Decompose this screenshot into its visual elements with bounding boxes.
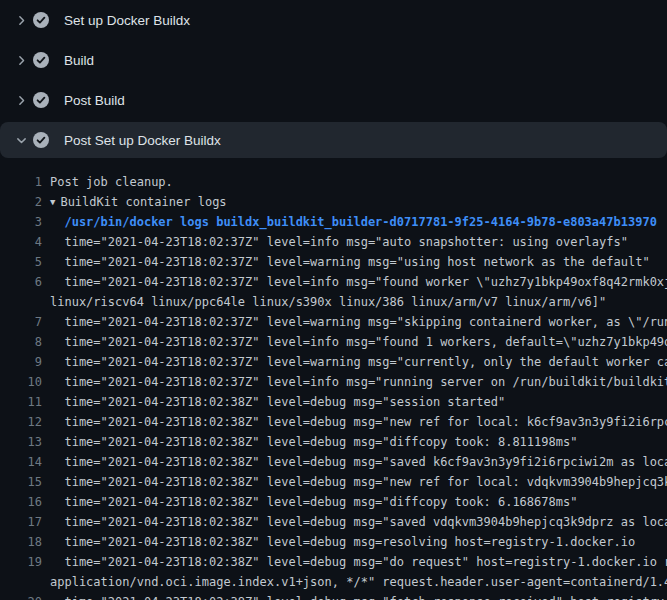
log-line-text: time="2021-04-23T18:02:37Z" level=info m… [42,372,667,392]
log-line-number[interactable]: 7 [0,312,42,332]
log-line-text: time="2021-04-23T18:02:38Z" level=debug … [42,472,667,492]
log-line: 1Post job cleanup. [0,172,667,192]
log-line-text: time="2021-04-23T18:02:38Z" level=debug … [42,432,667,452]
log-line-number[interactable]: 3 [0,212,42,232]
log-line-text: time="2021-04-23T18:02:37Z" level=warnin… [42,252,667,272]
log-line-number[interactable]: 13 [0,432,42,452]
log-area: 1Post job cleanup.2▼BuildKit container l… [0,160,667,600]
log-line-text: time="2021-04-23T18:02:37Z" level=info m… [42,332,667,352]
log-line-number[interactable]: 1 [0,172,42,192]
chevron-right-icon[interactable] [14,93,28,107]
log-line-text: time="2021-04-23T18:02:38Z" level=debug … [42,452,667,472]
log-line-number[interactable]: 17 [0,512,42,532]
log-line-text: linux/riscv64 linux/ppc64le linux/s390x … [42,292,667,312]
log-line-text: time="2021-04-23T18:02:37Z" level=warnin… [42,312,667,332]
log-line: 6 time="2021-04-23T18:02:37Z" level=info… [0,272,667,292]
log-line-number[interactable]: 12 [0,412,42,432]
actions-log-viewer: Set up Docker BuildxBuildPost BuildPost … [0,0,667,600]
log-line-text: time="2021-04-23T18:02:37Z" level=info m… [42,232,667,252]
log-line: 8 time="2021-04-23T18:02:37Z" level=info… [0,332,667,352]
check-circle-icon [33,12,49,28]
log-line: 12 time="2021-04-23T18:02:38Z" level=deb… [0,412,667,432]
log-line: 16 time="2021-04-23T18:02:38Z" level=deb… [0,492,667,512]
log-line-text: time="2021-04-23T18:02:37Z" level=warnin… [42,352,667,372]
step-title: Post Set up Docker Buildx [64,133,221,148]
check-circle-icon [33,52,49,68]
log-group-label: BuildKit container logs [60,195,226,209]
log-line-number[interactable]: 4 [0,232,42,252]
log-line: 4 time="2021-04-23T18:02:37Z" level=info… [0,232,667,252]
log-line-text: Post job cleanup. [42,172,667,192]
chevron-right-icon[interactable] [14,53,28,67]
log-line-text: time="2021-04-23T18:02:38Z" level=debug … [42,532,667,552]
log-line-continuation: application/vnd.oci.image.index.v1+json,… [0,572,667,592]
log-line-number[interactable]: 16 [0,492,42,512]
step-row-post-build[interactable]: Post Build [0,80,667,120]
log-line: 17 time="2021-04-23T18:02:38Z" level=deb… [0,512,667,532]
log-line: 13 time="2021-04-23T18:02:38Z" level=deb… [0,432,667,452]
log-line-text: time="2021-04-23T18:02:38Z" level=debug … [42,552,667,572]
log-line: 7 time="2021-04-23T18:02:37Z" level=warn… [0,312,667,332]
log-line-text: time="2021-04-23T18:02:38Z" level=debug … [42,512,667,532]
log-line: 20 time="2021-04-23T18:02:38Z" level=deb… [0,592,667,600]
log-line: 15 time="2021-04-23T18:02:38Z" level=deb… [0,472,667,492]
check-circle-icon [33,92,49,108]
log-line: 2▼BuildKit container logs [0,192,667,212]
log-line: 18 time="2021-04-23T18:02:38Z" level=deb… [0,532,667,552]
log-line-number[interactable]: 15 [0,472,42,492]
step-row-post-set-up-docker-buildx[interactable]: Post Set up Docker Buildx [0,122,667,158]
log-line-number [0,572,42,592]
log-line-text: time="2021-04-23T18:02:38Z" level=debug … [42,412,667,432]
chevron-right-icon[interactable] [14,13,28,27]
step-title: Set up Docker Buildx [64,13,190,28]
log-line-text: time="2021-04-23T18:02:38Z" level=debug … [42,392,667,412]
log-line: 19 time="2021-04-23T18:02:38Z" level=deb… [0,552,667,572]
log-line: 5 time="2021-04-23T18:02:37Z" level=warn… [0,252,667,272]
check-circle-icon [33,132,49,148]
group-expander-icon[interactable]: ▼ [50,192,55,212]
log-line-text: time="2021-04-23T18:02:38Z" level=debug … [42,492,667,512]
chevron-down-icon[interactable] [14,133,28,147]
log-line-number [0,292,42,312]
log-line-number[interactable]: 2 [0,192,42,212]
step-list: Set up Docker BuildxBuildPost BuildPost … [0,0,667,158]
log-line-text: time="2021-04-23T18:02:37Z" level=info m… [42,272,667,292]
log-group-toggle[interactable]: ▼BuildKit container logs [42,192,667,212]
log-line-text: application/vnd.oci.image.index.v1+json,… [42,572,667,592]
log-line-number[interactable]: 18 [0,532,42,552]
log-line-number[interactable]: 11 [0,392,42,412]
log-line-text: time="2021-04-23T18:02:38Z" level=debug … [42,592,667,600]
log-line-continuation: linux/riscv64 linux/ppc64le linux/s390x … [0,292,667,312]
log-line-number[interactable]: 19 [0,552,42,572]
log-line-number[interactable]: 5 [0,252,42,272]
log-command-text: /usr/bin/docker logs buildx_buildkit_bui… [42,212,667,232]
log-line-number[interactable]: 20 [0,592,42,600]
step-row-build[interactable]: Build [0,40,667,80]
log-line-number[interactable]: 8 [0,332,42,352]
log-line-number[interactable]: 9 [0,352,42,372]
log-line: 9 time="2021-04-23T18:02:37Z" level=warn… [0,352,667,372]
log-line: 14 time="2021-04-23T18:02:38Z" level=deb… [0,452,667,472]
step-title: Post Build [64,93,125,108]
log-line-number[interactable]: 6 [0,272,42,292]
log-line: 3 /usr/bin/docker logs buildx_buildkit_b… [0,212,667,232]
log-line: 10 time="2021-04-23T18:02:37Z" level=inf… [0,372,667,392]
step-title: Build [64,53,94,68]
step-row-set-up-docker-buildx[interactable]: Set up Docker Buildx [0,0,667,40]
log-line-number[interactable]: 10 [0,372,42,392]
log-line-number[interactable]: 14 [0,452,42,472]
log-line: 11 time="2021-04-23T18:02:38Z" level=deb… [0,392,667,412]
